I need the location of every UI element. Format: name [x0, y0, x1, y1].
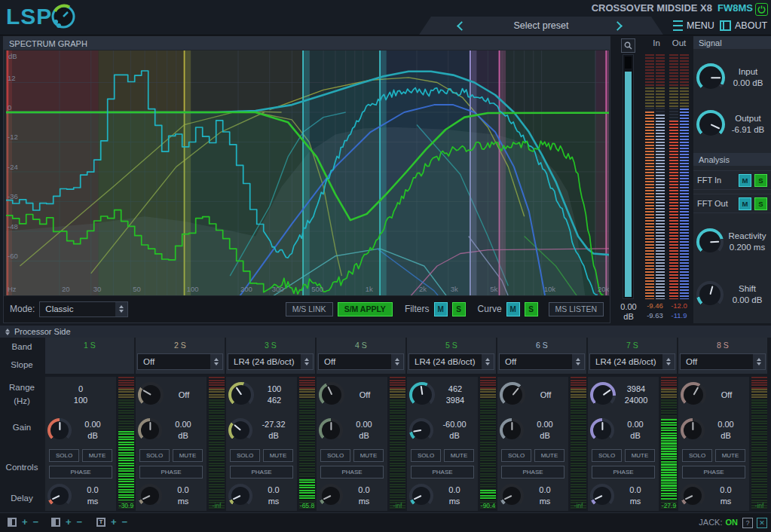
solo-button[interactable]: SOLO [411, 449, 441, 462]
preset-prev-icon[interactable] [457, 21, 467, 31]
band-slope-select[interactable]: Off [499, 353, 585, 370]
band-range-knob[interactable] [138, 382, 164, 408]
window-scale-icon[interactable] [8, 518, 17, 527]
phase-button[interactable]: PHASE [320, 466, 384, 478]
curve-mid-toggle[interactable]: M [506, 302, 520, 316]
band-gain-knob[interactable] [681, 418, 705, 442]
mute-button[interactable]: MUTE [534, 449, 564, 462]
disconnect-icon[interactable]: ✕ [757, 518, 767, 528]
band-slope-select[interactable]: LR4 (24 dB/oct) [589, 353, 675, 370]
spinner-icon[interactable] [301, 354, 313, 369]
band-gain-knob[interactable] [138, 418, 162, 442]
phase-button[interactable]: PHASE [230, 466, 293, 478]
spinner-icon[interactable] [572, 354, 584, 369]
reactivity-knob[interactable] [696, 228, 724, 255]
fft-out-side-toggle[interactable]: S [754, 197, 767, 210]
band-delay-knob[interactable] [681, 484, 705, 508]
mute-button[interactable]: MUTE [444, 449, 474, 462]
scale-minus-button[interactable]: − [33, 518, 39, 527]
band-delay-knob[interactable] [319, 484, 343, 508]
band-range-knob[interactable] [681, 382, 706, 408]
graph-zoom-button[interactable] [621, 38, 635, 53]
band-slope-select[interactable]: Off [137, 353, 223, 370]
input-gain-knob[interactable] [696, 63, 725, 92]
bypass-button[interactable] [755, 3, 768, 16]
spinner-icon[interactable] [662, 354, 675, 369]
band-gain-knob[interactable] [590, 418, 614, 442]
solo-button[interactable]: SOLO [592, 449, 622, 462]
solo-button[interactable]: SOLO [682, 449, 712, 462]
output-gain-knob[interactable] [696, 110, 725, 139]
spinner-icon[interactable] [210, 354, 222, 369]
solo-button[interactable]: SOLO [49, 449, 79, 462]
graph-zoom-fader[interactable] [623, 54, 634, 299]
band-delay-knob[interactable] [409, 484, 433, 508]
band-slope-select[interactable]: LR4 (24 dB/oct) [228, 353, 314, 370]
band-gain-knob[interactable] [319, 418, 343, 442]
mode-select[interactable]: Classic [39, 301, 128, 317]
mute-button[interactable]: MUTE [625, 449, 655, 462]
filters-side-toggle[interactable]: S [452, 302, 466, 316]
spinner-icon[interactable] [482, 354, 494, 369]
band-delay-knob[interactable] [500, 484, 524, 508]
fader-bar[interactable] [625, 72, 632, 297]
preset-next-icon[interactable] [613, 21, 623, 31]
filters-mid-toggle[interactable]: M [434, 302, 448, 316]
mute-button[interactable]: MUTE [82, 449, 112, 462]
band-delay-knob[interactable] [138, 484, 162, 508]
phase-button[interactable]: PHASE [49, 466, 112, 478]
band-range-knob[interactable] [319, 382, 344, 408]
solo-button[interactable]: SOLO [501, 449, 531, 462]
font-plus-button[interactable]: + [111, 518, 117, 527]
band-range-knob[interactable] [409, 382, 435, 408]
fft-out-mid-toggle[interactable]: M [739, 197, 751, 210]
ms-listen-button[interactable]: MS LISTEN [549, 302, 604, 316]
zoom-minus-button[interactable]: − [77, 518, 83, 527]
band-slope-select[interactable]: Off [680, 353, 766, 370]
shift-knob[interactable] [696, 281, 724, 308]
window-zoom-icon[interactable] [51, 518, 60, 527]
phase-button[interactable]: PHASE [682, 466, 745, 478]
processor-side-header[interactable]: Processor Side [0, 326, 771, 338]
mute-button[interactable]: MUTE [715, 449, 745, 462]
fft-in-mid-toggle[interactable]: M [739, 174, 751, 187]
fft-in-side-toggle[interactable]: S [754, 174, 767, 187]
ms-link-button[interactable]: M/S LINK [286, 302, 333, 316]
band-slope-select[interactable]: LR4 (24 dB/oct) [408, 353, 494, 370]
spinner-icon[interactable] [115, 302, 127, 316]
font-scale-icon[interactable]: T [96, 518, 106, 527]
solo-button[interactable]: SOLO [139, 449, 170, 462]
menu-button[interactable]: MENU [673, 17, 714, 35]
band-gain-knob[interactable] [228, 418, 252, 442]
band-range-knob[interactable] [228, 382, 254, 408]
sm-apply-button[interactable]: S/M APPLY [338, 302, 393, 316]
band-range-knob[interactable] [500, 382, 525, 408]
spectrum-graph-canvas[interactable]: dB120-12-24-36-48-60Hz203050100200300500… [6, 50, 609, 295]
band-delay-knob[interactable] [590, 484, 614, 508]
spinner-icon[interactable] [753, 354, 765, 369]
mute-button[interactable]: MUTE [353, 449, 384, 462]
band-delay-knob[interactable] [228, 484, 252, 508]
phase-button[interactable]: PHASE [411, 466, 474, 478]
curve-side-toggle[interactable]: S [525, 302, 538, 316]
preset-label[interactable]: Select preset [514, 20, 569, 31]
spectrum-graph[interactable]: dB120-12-24-36-48-60Hz203050100200300500… [4, 50, 610, 296]
solo-button[interactable]: SOLO [230, 449, 260, 462]
band-range-knob[interactable] [590, 382, 616, 408]
font-minus-button[interactable]: − [122, 518, 128, 527]
spinner-icon[interactable] [391, 354, 403, 369]
help-icon[interactable]: ? [742, 518, 753, 528]
about-button[interactable]: ABOUT [720, 17, 767, 35]
zoom-plus-button[interactable]: + [66, 518, 72, 527]
band-delay-knob[interactable] [47, 484, 72, 508]
band-gain-knob[interactable] [47, 418, 72, 442]
phase-button[interactable]: PHASE [501, 466, 564, 478]
phase-button[interactable]: PHASE [139, 466, 203, 478]
phase-button[interactable]: PHASE [592, 466, 655, 478]
collapse-icon[interactable] [5, 329, 10, 335]
band-gain-knob[interactable] [409, 418, 433, 442]
band-slope-select[interactable]: Off [318, 353, 404, 370]
mute-button[interactable]: MUTE [173, 449, 203, 462]
scale-plus-button[interactable]: + [22, 518, 28, 527]
band-gain-knob[interactable] [500, 418, 524, 442]
